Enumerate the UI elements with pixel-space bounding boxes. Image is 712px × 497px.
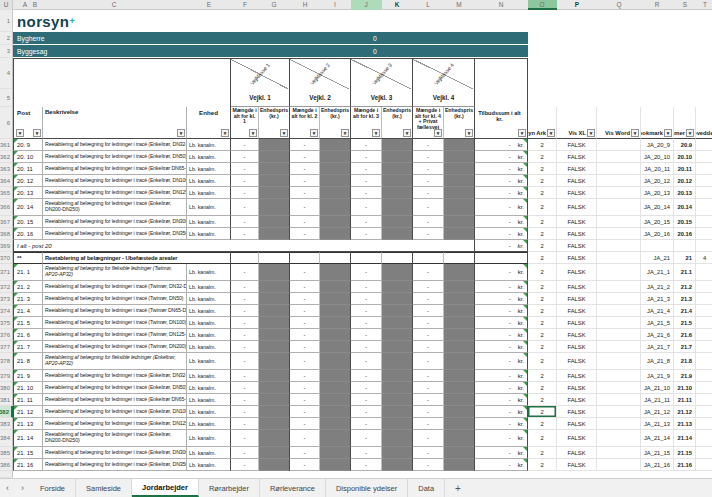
column-letter[interactable]: G: [268, 1, 280, 8]
post-cell[interactable]: 21. 15: [13, 447, 43, 459]
maengde-kl2-cell[interactable]: -: [290, 175, 320, 187]
bookmark-cell[interactable]: JA_21_11: [641, 394, 674, 406]
maengde-kl4-cell[interactable]: -: [413, 187, 444, 199]
nummer-cell[interactable]: 20.16: [674, 228, 696, 240]
enhedspris-kl1-cell[interactable]: [259, 329, 290, 341]
tilbudssum-cell[interactable]: -kr.: [475, 394, 528, 406]
maengde-kl4-cell[interactable]: -: [413, 341, 444, 353]
hoveddel-cell[interactable]: [696, 459, 712, 471]
maengde-kl3-cell[interactable]: -: [351, 406, 382, 418]
enhedspris-kl3-cell[interactable]: [382, 353, 413, 370]
enhedspris-kl2-cell[interactable]: [320, 447, 351, 459]
tilbudssum-cell[interactable]: -kr.: [475, 418, 528, 430]
tilbudssum-cell[interactable]: -kr.: [475, 430, 528, 447]
enhedspris-kl4-cell[interactable]: [444, 382, 475, 394]
post-cell[interactable]: 20. 12: [13, 175, 43, 187]
maengde-kl2-cell[interactable]: -: [290, 216, 320, 228]
enhedspris-kl3-cell[interactable]: [382, 447, 413, 459]
norsyn-ark-cell[interactable]: 2: [528, 199, 557, 216]
tilbudssum-cell[interactable]: -kr.: [475, 199, 528, 216]
enhedspris-kl2-cell[interactable]: [320, 317, 351, 329]
enhedspris-kl2-cell[interactable]: [320, 418, 351, 430]
vejkl-4-header[interactable]: Vejkl. 4: [413, 89, 475, 107]
tilbudssum-cell[interactable]: -kr.: [475, 281, 528, 293]
hoveddel-cell[interactable]: [696, 199, 712, 216]
tilbudssum-cell[interactable]: -kr.: [475, 329, 528, 341]
nummer-cell[interactable]: 21.2: [674, 281, 696, 293]
enhedspris-kl4-cell[interactable]: [444, 163, 475, 175]
filter-dropdown-icon[interactable]: ▾: [465, 129, 473, 137]
row-number[interactable]: 373: [0, 293, 13, 305]
maengde-kl2-cell[interactable]: -: [290, 418, 320, 430]
bookmark-cell[interactable]: [641, 240, 674, 252]
sheet-tab-disponible-ydelser[interactable]: Disponible ydelser: [326, 479, 408, 497]
enhed-cell[interactable]: Lb. kanalm.: [187, 199, 231, 216]
enhed-cell[interactable]: Lb. kanalm.: [187, 341, 231, 353]
enhedspris-kl3-cell[interactable]: [382, 317, 413, 329]
post-cell[interactable]: 21. 1: [13, 264, 43, 281]
vis-xl-cell[interactable]: FALSK: [557, 264, 597, 281]
maengde-kl3-cell[interactable]: -: [351, 281, 382, 293]
maengde-kl1-cell[interactable]: -: [231, 199, 259, 216]
column-letter[interactable]: I: [329, 1, 341, 8]
vis-word-cell[interactable]: [597, 353, 641, 370]
bookmark-cell[interactable]: JA_21_6: [641, 329, 674, 341]
tilbudssum-cell[interactable]: -kr.: [475, 139, 528, 151]
tilbudssum-cell[interactable]: -kr.: [475, 341, 528, 353]
beskrivelse-cell[interactable]: Reetablering af belægning for ledninger …: [43, 139, 187, 151]
enhedspris-kl1-cell[interactable]: [259, 163, 290, 175]
norsyn-ark-cell[interactable]: 2: [528, 281, 557, 293]
bookmark-cell[interactable]: JA_20_9: [641, 139, 674, 151]
tilbudssum-cell[interactable]: -kr.: [475, 187, 528, 199]
beskrivelse-cell[interactable]: Reetablering af belægning for ledninger …: [43, 370, 187, 382]
maengde-kl4-cell[interactable]: -: [413, 163, 444, 175]
maengde-kl3-cell[interactable]: -: [351, 382, 382, 394]
enhedspris-kl3-cell[interactable]: [382, 370, 413, 382]
enhedspris-kl1-cell[interactable]: [259, 353, 290, 370]
maengde-kl1-cell[interactable]: -: [231, 305, 259, 317]
bookmark-cell[interactable]: JA_20_11: [641, 163, 674, 175]
enhedspris-kl3-cell[interactable]: [382, 264, 413, 281]
nummer-cell[interactable]: 21.15: [674, 447, 696, 459]
hoveddel-cell[interactable]: [696, 353, 712, 370]
filter-dropdown-icon[interactable]: ▾: [403, 129, 411, 137]
vis-xl-cell[interactable]: FALSK: [557, 199, 597, 216]
nummer-cell[interactable]: 20.10: [674, 151, 696, 163]
maengde-kl3-cell[interactable]: -: [351, 430, 382, 447]
maengde-kl1-cell[interactable]: -: [231, 317, 259, 329]
norsyn-ark-cell[interactable]: 2: [528, 382, 557, 394]
maengde-kl4-cell[interactable]: -: [413, 353, 444, 370]
vis-word-cell[interactable]: [597, 459, 641, 471]
vejkl-2-header[interactable]: Vejkl. 2: [290, 89, 351, 107]
maengde-kl4-cell[interactable]: -: [413, 447, 444, 459]
maengde-kl4-cell[interactable]: -: [413, 418, 444, 430]
nummer-cell[interactable]: [674, 240, 696, 252]
hoveddel-column-header[interactable]: Hoveddel▾: [696, 107, 712, 139]
beskrivelse-cell[interactable]: Reetablering af belægning for ledninger …: [43, 406, 187, 418]
maengde-kl1-cell[interactable]: [231, 252, 259, 264]
enhedspris-kl1-cell[interactable]: [259, 430, 290, 447]
column-letter[interactable]: T: [699, 1, 711, 8]
row-number[interactable]: 374: [0, 305, 13, 317]
hoveddel-cell[interactable]: [696, 329, 712, 341]
enhedspris-kl4-cell[interactable]: [444, 341, 475, 353]
enhedspris-kl3-cell[interactable]: [382, 341, 413, 353]
norsyn-ark-cell[interactable]: 2: [528, 370, 557, 382]
vis-word-cell[interactable]: [597, 370, 641, 382]
norsyn-ark-cell[interactable]: 2: [528, 447, 557, 459]
column-letter[interactable]: H: [299, 1, 311, 8]
maengde-kl1-header[interactable]: Mængde i alt for kl. 1▾: [231, 107, 259, 139]
merged-empty-header[interactable]: [13, 58, 231, 89]
sheet-tab-samleside[interactable]: Samleside: [76, 479, 132, 497]
enhedspris-kl1-cell[interactable]: [259, 264, 290, 281]
bookmark-cell[interactable]: JA_21_10: [641, 382, 674, 394]
enhedspris-kl4-cell[interactable]: [444, 370, 475, 382]
column-letter[interactable]: U: [0, 1, 12, 8]
vis-word-cell[interactable]: [597, 382, 641, 394]
tilbudssum-column-header[interactable]: Tilbudssum i alt kr.▾: [475, 107, 528, 139]
row-number[interactable]: 364: [0, 175, 13, 187]
post-cell[interactable]: 21. 14: [13, 430, 43, 447]
vis-xl-cell[interactable]: FALSK: [557, 418, 597, 430]
bookmark-cell[interactable]: JA_20_13: [641, 187, 674, 199]
bookmark-cell[interactable]: JA_21_3: [641, 293, 674, 305]
